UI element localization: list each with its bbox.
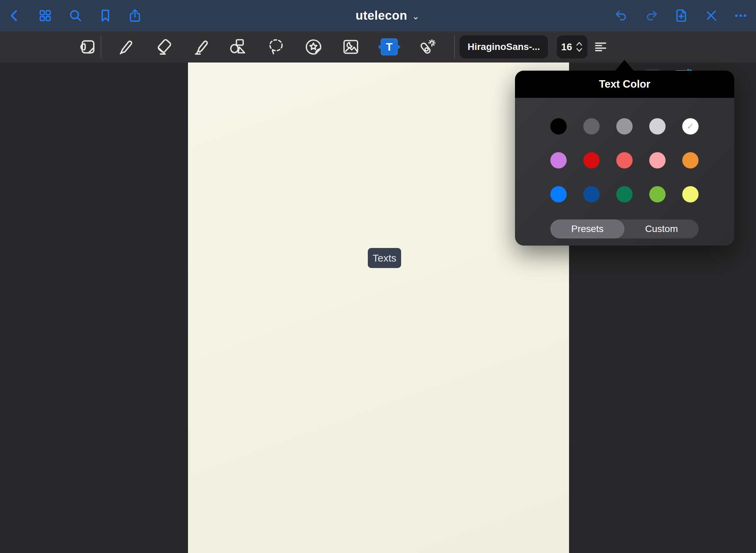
color-swatch[interactable] [649, 186, 666, 202]
color-swatch[interactable] [550, 186, 567, 202]
thumbnails-icon[interactable] [38, 8, 53, 23]
segment-presets[interactable]: Presets [550, 219, 624, 238]
stepper-chevrons-icon [575, 41, 583, 53]
add-page-icon[interactable] [674, 8, 689, 23]
back-icon[interactable] [7, 8, 22, 23]
bookmark-icon[interactable] [98, 8, 113, 23]
title-chevron-down-icon: ⌄ [412, 11, 419, 22]
pen-tool-icon[interactable] [114, 36, 137, 58]
selected-text-object[interactable]: Texts [368, 248, 401, 268]
toolbar-divider [101, 35, 101, 58]
text-tool-letter: T [386, 41, 393, 53]
swatch-row [550, 186, 734, 202]
text-alignment-button[interactable] [590, 36, 611, 58]
goodnotes-document-view: utelecon ⌄ [0, 0, 756, 553]
color-swatch[interactable] [550, 118, 567, 135]
color-swatch[interactable] [550, 152, 567, 168]
shapes-tool-icon[interactable] [226, 36, 249, 58]
font-size-stepper[interactable]: 16 [557, 35, 587, 58]
redo-icon[interactable] [644, 8, 659, 23]
align-left-icon [593, 39, 608, 54]
presets-custom-segmented-control: Presets Custom [550, 219, 699, 238]
text-tool-icon: T [381, 38, 398, 55]
laser-pointer-tool-icon[interactable] [415, 36, 438, 58]
more-icon[interactable] [733, 8, 748, 23]
text-color-popover: Text Color ✓ Presets Custom [515, 71, 734, 246]
toolbar-divider [454, 35, 455, 58]
color-swatch[interactable] [616, 186, 633, 202]
font-size-value: 16 [561, 41, 572, 53]
share-icon[interactable] [127, 8, 142, 23]
segment-custom[interactable]: Custom [624, 219, 699, 238]
font-family-label: HiraginoSans-... [467, 41, 540, 52]
popover-header: Text Color [515, 71, 734, 98]
font-family-button[interactable]: HiraginoSans-... [460, 35, 548, 58]
undo-icon[interactable] [614, 8, 629, 23]
color-swatch[interactable] [583, 118, 600, 135]
stickers-tool-icon[interactable] [302, 36, 325, 58]
lasso-tool-icon[interactable] [265, 36, 287, 58]
color-swatch[interactable] [649, 118, 666, 135]
popover-arrow [615, 60, 634, 71]
popover-title: Text Color [599, 78, 650, 90]
text-object-content: Texts [373, 252, 396, 264]
search-icon[interactable] [68, 8, 83, 23]
color-swatch[interactable] [682, 152, 699, 168]
text-tool-handle-left [378, 45, 382, 49]
color-swatch[interactable] [616, 118, 633, 135]
tools-toolbar: T HiraginoSans-... 16 ⌄ T ♥ [0, 31, 756, 63]
highlighter-tool-icon[interactable] [190, 36, 212, 58]
eraser-tool-icon[interactable] [152, 36, 174, 58]
notebook-page[interactable]: Texts [188, 63, 569, 553]
top-navigation-bar: utelecon ⌄ [0, 0, 756, 31]
image-tool-icon[interactable] [340, 36, 362, 58]
page-layout-icon[interactable] [76, 36, 98, 58]
color-swatch[interactable] [682, 186, 699, 202]
color-swatch[interactable] [583, 152, 600, 168]
color-swatch[interactable] [583, 186, 600, 202]
color-swatch[interactable] [649, 152, 666, 168]
swatch-grid: ✓ [515, 98, 734, 202]
document-title: utelecon [356, 8, 407, 23]
stylus-off-icon[interactable] [704, 8, 719, 23]
selected-check-icon: ✓ [687, 122, 694, 131]
text-tool-active[interactable]: T [380, 38, 398, 56]
color-swatch[interactable] [616, 152, 633, 168]
text-tool-handle-right [396, 45, 400, 49]
swatch-row [550, 152, 734, 168]
color-swatch[interactable]: ✓ [682, 118, 699, 135]
document-title-button[interactable]: utelecon ⌄ [326, 0, 449, 31]
swatch-row: ✓ [550, 118, 734, 135]
